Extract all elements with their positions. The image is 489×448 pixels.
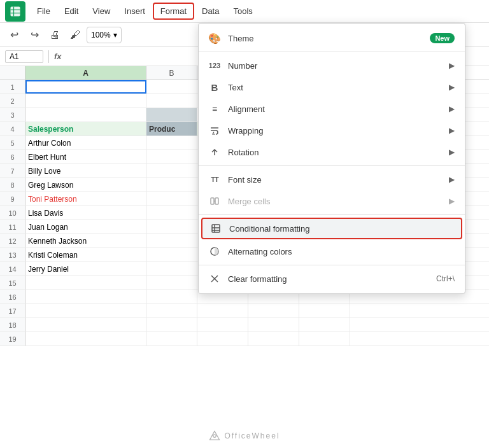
cell-b11[interactable] xyxy=(146,220,197,234)
print-button[interactable]: 🖨 xyxy=(46,26,64,44)
cell-a17[interactable] xyxy=(25,304,146,318)
cell-b3[interactable] xyxy=(146,108,197,122)
dropdown-separator xyxy=(199,52,465,52)
dropdown-item-alignment[interactable]: ≡ Alignment ▶ xyxy=(199,98,465,120)
cell-a18[interactable] xyxy=(25,318,146,332)
cell-b2[interactable] xyxy=(146,94,197,108)
cell-a15[interactable] xyxy=(25,276,146,290)
cell-a19[interactable] xyxy=(25,332,146,346)
zoom-value: 100% xyxy=(91,31,111,39)
clear-icon xyxy=(209,273,220,284)
cell-b7[interactable] xyxy=(146,164,197,178)
col-header-a[interactable]: A xyxy=(25,66,146,80)
dropdown-item-fontsize[interactable]: TT Font size ▶ xyxy=(199,169,465,190)
menu-view[interactable]: View xyxy=(86,4,117,18)
number-label: Number xyxy=(228,61,441,71)
cell-a13[interactable]: Kristi Coleman xyxy=(25,248,146,262)
number-arrow: ▶ xyxy=(449,61,455,70)
cell-e18[interactable] xyxy=(299,318,350,332)
dropdown-item-conditional[interactable]: Conditional formatting xyxy=(201,218,462,239)
format-dropdown: 🎨 Theme New 123 Number ▶ B Text ▶ ≡ Alig… xyxy=(198,23,465,294)
cell-a10[interactable]: Lisa Davis xyxy=(25,206,146,220)
paint-format-button[interactable]: 🖌 xyxy=(66,26,84,44)
cell-b15[interactable] xyxy=(146,276,197,290)
menu-data[interactable]: Data xyxy=(195,4,225,18)
cell-d19[interactable] xyxy=(248,332,299,346)
brand-label: OfficeWheel xyxy=(224,431,280,440)
cell-a5[interactable]: Arthur Colon xyxy=(25,136,146,150)
cell-a8[interactable]: Greg Lawson xyxy=(25,178,146,192)
row-num-17: 17 xyxy=(0,304,25,318)
dropdown-item-number[interactable]: 123 Number ▶ xyxy=(199,55,465,76)
menu-tools[interactable]: Tools xyxy=(227,4,259,18)
cell-c19[interactable] xyxy=(197,332,248,346)
cell-a6[interactable]: Elbert Hunt xyxy=(25,150,146,164)
dropdown-item-theme[interactable]: 🎨 Theme New xyxy=(199,27,465,49)
fontsize-arrow: ▶ xyxy=(449,175,455,184)
fx-label: fx xyxy=(54,52,62,61)
row-num-2: 2 xyxy=(0,94,25,108)
cell-b19[interactable] xyxy=(146,332,197,346)
dropdown-item-rotation[interactable]: Rotation ▶ xyxy=(199,141,465,163)
dropdown-item-merge[interactable]: Merge cells ▶ xyxy=(199,190,465,212)
cell-b6[interactable] xyxy=(146,150,197,164)
cell-b1[interactable] xyxy=(146,80,197,94)
dropdown-separator-4 xyxy=(199,265,465,265)
menu-bar: File Edit View Insert Format Data Tools xyxy=(31,3,259,20)
cell-b10[interactable] xyxy=(146,206,197,220)
text-icon: B xyxy=(209,81,220,93)
cell-b12[interactable] xyxy=(146,234,197,248)
dropdown-item-wrapping[interactable]: Wrapping ▶ xyxy=(199,120,465,141)
clear-shortcut: Ctrl+\ xyxy=(436,274,455,283)
row-num-9: 9 xyxy=(0,192,25,206)
dropdown-item-text[interactable]: B Text ▶ xyxy=(199,76,465,98)
zoom-selector[interactable]: 100% ▾ xyxy=(87,27,122,43)
wrapping-label: Wrapping xyxy=(228,126,441,136)
cell-e17[interactable] xyxy=(299,304,350,318)
theme-icon: 🎨 xyxy=(209,32,220,44)
cell-b13[interactable] xyxy=(146,248,197,262)
cell-b16[interactable] xyxy=(146,290,197,304)
cell-a11[interactable]: Juan Logan xyxy=(25,220,146,234)
redo-button[interactable]: ↪ xyxy=(25,26,43,44)
row-num-7: 7 xyxy=(0,164,25,178)
cell-a9[interactable]: Toni Patterson xyxy=(25,192,146,206)
cell-d18[interactable] xyxy=(248,318,299,332)
menu-format[interactable]: Format xyxy=(153,3,194,20)
cell-e19[interactable] xyxy=(299,332,350,346)
dropdown-item-clear[interactable]: Clear formatting Ctrl+\ xyxy=(199,268,465,290)
merge-label: Merge cells xyxy=(228,197,441,206)
cell-a1[interactable] xyxy=(25,80,146,94)
svg-rect-8 xyxy=(211,198,214,204)
cell-a16[interactable] xyxy=(25,290,146,304)
menu-edit[interactable]: Edit xyxy=(58,4,85,18)
row-num-10: 10 xyxy=(0,206,25,220)
dropdown-separator-2 xyxy=(199,165,465,166)
col-header-b[interactable]: B xyxy=(146,66,197,80)
cell-b5[interactable] xyxy=(146,136,197,150)
cell-a12[interactable]: Kenneth Jackson xyxy=(25,234,146,248)
cell-b18[interactable] xyxy=(146,318,197,332)
cell-b4[interactable]: Produc xyxy=(146,122,197,136)
menu-file[interactable]: File xyxy=(31,4,57,18)
row-num-6: 6 xyxy=(0,150,25,164)
cell-b17[interactable] xyxy=(146,304,197,318)
cell-a3[interactable] xyxy=(25,108,146,122)
cell-a14[interactable]: Jerry Daniel xyxy=(25,262,146,276)
cell-c17[interactable] xyxy=(197,304,248,318)
alignment-arrow: ▶ xyxy=(449,104,455,113)
dropdown-item-alternating[interactable]: Alternating colors xyxy=(199,241,465,262)
table-row: 17 xyxy=(0,304,489,318)
cell-b8[interactable] xyxy=(146,178,197,192)
cell-c18[interactable] xyxy=(197,318,248,332)
cell-a7[interactable]: Billy Love xyxy=(25,164,146,178)
cell-a4[interactable]: Salesperson xyxy=(25,122,146,136)
cell-b9[interactable] xyxy=(146,192,197,206)
menu-insert[interactable]: Insert xyxy=(118,4,152,18)
cell-reference[interactable] xyxy=(5,50,43,63)
rotation-icon xyxy=(209,146,220,158)
cell-d17[interactable] xyxy=(248,304,299,318)
cell-b14[interactable] xyxy=(146,262,197,276)
cell-a2[interactable] xyxy=(25,94,146,108)
undo-button[interactable]: ↩ xyxy=(5,26,23,44)
